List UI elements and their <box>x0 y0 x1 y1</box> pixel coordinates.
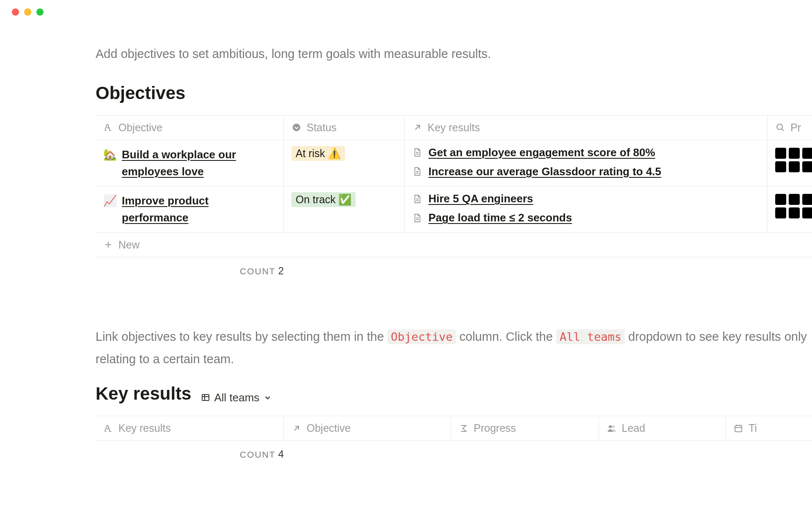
key-result-text: Get an employee engagement score of 80% <box>428 146 655 159</box>
col-header-status[interactable]: Status <box>284 116 405 140</box>
relation-property-icon <box>412 122 422 133</box>
status-badge: On track ✅ <box>291 192 356 207</box>
inline-code-allteams: All teams <box>556 329 625 344</box>
col-header-label: Objective <box>307 422 351 434</box>
progress-cell <box>768 140 812 186</box>
new-row-label: New <box>118 239 140 251</box>
count-value: 4 <box>278 448 284 460</box>
key-result-link[interactable]: Increase our average Glassdoor rating to… <box>412 165 760 178</box>
keyresults-table: Key results Objective Progress Lead <box>96 416 812 441</box>
col-header-label: Progress <box>474 422 516 434</box>
key-result-link[interactable]: Get an employee engagement score of 80% <box>412 146 760 159</box>
col-header-keyresults[interactable]: Key results <box>96 416 284 440</box>
svg-rect-5 <box>735 425 742 432</box>
col-header-objective[interactable]: Objective <box>96 116 284 140</box>
svg-point-0 <box>293 124 300 131</box>
page-icon <box>412 213 422 223</box>
date-property-icon <box>733 423 743 433</box>
person-property-icon <box>606 423 617 433</box>
close-window-icon[interactable] <box>12 8 19 16</box>
maximize-window-icon[interactable] <box>36 8 44 16</box>
objective-emoji-icon: 🏡 <box>103 146 117 163</box>
page-icon <box>412 194 422 204</box>
svg-point-4 <box>612 425 614 428</box>
col-header-label: Status <box>307 121 337 134</box>
page-icon <box>412 147 422 157</box>
col-header-label: Ti <box>749 422 757 434</box>
text-property-icon <box>103 423 113 433</box>
objectives-heading: Objectives <box>96 83 185 103</box>
col-header-lead[interactable]: Lead <box>599 416 726 440</box>
status-cell[interactable]: At risk ⚠️ <box>284 140 405 186</box>
svg-rect-2 <box>202 395 209 400</box>
key-result-text: Increase our average Glassdoor rating to… <box>428 165 661 178</box>
relation-property-icon <box>291 423 302 433</box>
col-header-label: Lead <box>622 422 645 434</box>
svg-point-3 <box>609 425 612 428</box>
new-row-button[interactable]: New <box>96 233 812 257</box>
progress-cell <box>768 186 812 232</box>
text-property-icon <box>103 122 113 133</box>
col-header-keyresults[interactable]: Key results <box>405 116 768 140</box>
objectives-count: COUNT2 <box>96 257 284 277</box>
view-selector-label: All teams <box>214 391 259 404</box>
key-result-link[interactable]: Hire 5 QA engineers <box>412 192 760 205</box>
col-header-label: Pr <box>790 121 801 134</box>
key-result-text: Hire 5 QA engineers <box>428 192 533 205</box>
table-view-icon <box>200 392 211 403</box>
count-label: COUNT <box>240 450 276 459</box>
intro-fragment: Link objectives to key results by select… <box>96 330 387 343</box>
objective-cell[interactable]: 📈 Improve product performance <box>96 186 284 232</box>
key-result-text: Page load time ≤ 2 seconds <box>428 211 572 224</box>
keyresults-header-row: Key results Objective Progress Lead <box>96 416 812 441</box>
select-property-icon <box>291 122 302 133</box>
keyresults-heading: Key results <box>96 384 191 404</box>
intro-fragment: column. Click the <box>456 330 556 343</box>
minimize-window-icon[interactable] <box>24 8 31 16</box>
objectives-table: Objective Status Key results Pr <box>96 115 812 257</box>
count-label: COUNT <box>240 266 276 276</box>
objective-emoji-icon: 📈 <box>103 192 117 209</box>
keyresults-cell[interactable]: Hire 5 QA engineers Page load time ≤ 2 s… <box>405 186 768 232</box>
col-header-objective[interactable]: Objective <box>284 416 451 440</box>
table-row[interactable]: 🏡 Build a workplace our employees love A… <box>96 140 812 187</box>
count-value: 2 <box>278 265 284 276</box>
page-icon <box>412 166 422 177</box>
objective-cell[interactable]: 🏡 Build a workplace our employees love <box>96 140 284 186</box>
objectives-intro-text: Add objectives to set ambitious, long te… <box>96 45 812 63</box>
formula-property-icon <box>458 423 469 433</box>
chevron-down-icon <box>263 392 273 403</box>
objectives-header-row: Objective Status Key results Pr <box>96 116 812 140</box>
status-badge: At risk ⚠️ <box>291 146 345 161</box>
key-result-link[interactable]: Page load time ≤ 2 seconds <box>412 211 760 224</box>
keyresults-cell[interactable]: Get an employee engagement score of 80% … <box>405 140 768 186</box>
search-icon <box>775 122 785 133</box>
col-header-progress[interactable]: Pr <box>768 116 812 140</box>
view-selector-dropdown[interactable]: All teams <box>200 391 273 404</box>
page-content: Add objectives to set ambitious, long te… <box>0 16 812 460</box>
plus-icon <box>103 240 113 250</box>
status-cell[interactable]: On track ✅ <box>284 186 405 232</box>
col-header-progress[interactable]: Progress <box>451 416 599 440</box>
keyresults-count: COUNT4 <box>96 441 284 460</box>
objective-title: Build a workplace our employees love <box>122 146 276 180</box>
window-controls <box>0 0 812 16</box>
inline-code-objective: Objective <box>387 329 456 344</box>
col-header-time[interactable]: Ti <box>726 416 810 440</box>
col-header-label: Key results <box>118 422 171 434</box>
objective-title: Improve product performance <box>122 192 276 226</box>
table-row[interactable]: 📈 Improve product performance On track ✅… <box>96 186 812 233</box>
col-header-label: Objective <box>118 121 162 134</box>
svg-point-1 <box>777 124 782 130</box>
keyresults-intro-text: Link objectives to key results by select… <box>96 326 812 371</box>
col-header-label: Key results <box>428 121 480 134</box>
